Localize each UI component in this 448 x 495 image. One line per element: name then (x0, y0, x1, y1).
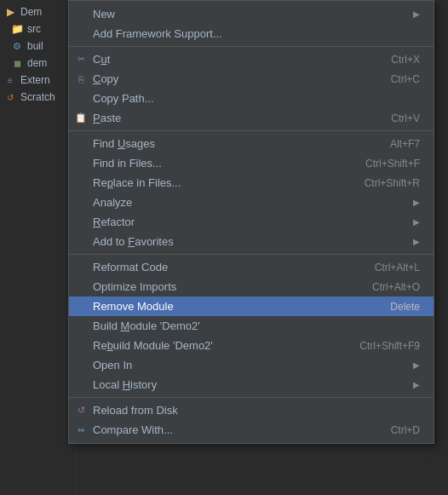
separator-4 (69, 397, 434, 398)
menu-item-copy-path[interactable]: Copy Path... (69, 89, 434, 108)
menu-item-replace-in-files[interactable]: Replace in Files... Ctrl+Shift+R (69, 173, 434, 193)
menu-item-cut[interactable]: ✂ Cut Ctrl+X (69, 49, 434, 69)
menu-item-copy-shortcut: Ctrl+C (391, 73, 420, 85)
sidebar-item-dem2-label: dem (27, 57, 47, 69)
menu-item-cut-shortcut: Ctrl+X (391, 54, 420, 66)
reload-icon: ↺ (74, 404, 88, 417)
menu-item-find-usages[interactable]: Find Usages Alt+F7 (69, 134, 434, 153)
sidebar-item-src-label: src (27, 23, 41, 35)
submenu-arrow-open-in: ▶ (413, 360, 420, 370)
menu-item-remove-module-shortcut: Delete (390, 301, 420, 313)
menu-item-replace-in-files-label: Replace in Files... (93, 176, 347, 189)
menu-item-reformat-code-shortcut: Ctrl+Alt+L (375, 262, 420, 273)
menu-item-add-framework[interactable]: Add Framework Support... (69, 24, 434, 43)
menu-item-cut-label: Cut (93, 53, 374, 66)
menu-item-reload-from-disk[interactable]: ↺ Reload from Disk (69, 400, 434, 420)
menu-item-find-usages-shortcut: Alt+F7 (390, 138, 420, 150)
sidebar-item-scratch-label: Scratch (20, 91, 55, 103)
submenu-arrow-local-history: ▶ (413, 380, 420, 389)
menu-item-paste[interactable]: 📋 Paste Ctrl+V (69, 108, 434, 128)
build-file-icon: ⚙ (10, 39, 24, 53)
menu-item-new-label: New (93, 8, 406, 20)
sidebar: ▶ Dem 📁 src ⚙ buil ◼ dem ≡ Extern ↺ Scra… (0, 0, 77, 106)
menu-item-compare-with-label: Compare With... (93, 423, 374, 436)
menu-item-optimize-imports-label: Optimize Imports (93, 280, 355, 293)
cut-icon: ✂ (74, 53, 88, 66)
copy-icon: ⎘ (74, 72, 88, 86)
menu-item-build-module[interactable]: Build Module 'Demo2' (69, 316, 434, 336)
sidebar-item-src[interactable]: 📁 src (0, 20, 77, 37)
menu-item-add-to-favorites[interactable]: Add to Favorites ▶ (69, 232, 434, 251)
sidebar-item-external-label: Extern (20, 74, 50, 86)
submenu-arrow-new: ▶ (413, 9, 420, 19)
menu-item-reformat-code[interactable]: Reformat Code Ctrl+Alt+L (69, 257, 434, 277)
sidebar-item-dem2[interactable]: ◼ dem (0, 55, 77, 72)
menu-item-open-in-label: Open In (93, 359, 406, 371)
separator-2 (69, 130, 434, 131)
menu-item-add-framework-label: Add Framework Support... (93, 27, 420, 40)
menu-item-local-history[interactable]: Local History ▶ (69, 375, 434, 394)
menu-item-add-to-favorites-label: Add to Favorites (93, 235, 406, 248)
folder-icon-src: 📁 (10, 22, 24, 36)
menu-item-remove-module[interactable]: Remove Module Delete (69, 296, 434, 316)
sidebar-item-external[interactable]: ≡ Extern (0, 72, 77, 89)
menu-item-rebuild-module-label: Rebuild Module 'Demo2' (93, 339, 342, 352)
menu-item-find-usages-label: Find Usages (93, 137, 373, 150)
ext-icon: ≡ (3, 73, 17, 87)
menu-item-new[interactable]: New ▶ (69, 4, 434, 24)
menu-item-find-in-files-shortcut: Ctrl+Shift+F (365, 158, 420, 170)
menu-item-refactor[interactable]: Refactor ▶ (69, 212, 434, 232)
sidebar-item-scratch[interactable]: ↺ Scratch (0, 89, 77, 106)
sidebar-item-build-label: buil (27, 40, 43, 52)
compare-icon: ⇔ (74, 423, 88, 437)
menu-item-analyze[interactable]: Analyze ▶ (69, 193, 434, 212)
separator-3 (69, 254, 434, 255)
sidebar-item-dem[interactable]: ▶ Dem (0, 3, 77, 20)
menu-item-copy[interactable]: ⎘ Copy Ctrl+C (69, 69, 434, 89)
sidebar-item-dem-label: Dem (20, 6, 42, 18)
menu-item-replace-in-files-shortcut: Ctrl+Shift+R (365, 177, 420, 189)
sidebar-item-build[interactable]: ⚙ buil (0, 37, 77, 55)
scratch-icon: ↺ (3, 90, 17, 104)
menu-item-analyze-label: Analyze (93, 196, 406, 209)
module-icon: ◼ (10, 56, 24, 70)
submenu-arrow-refactor: ▶ (413, 217, 420, 227)
menu-item-open-in[interactable]: Open In ▶ (69, 355, 434, 375)
submenu-arrow-favorites: ▶ (413, 237, 420, 246)
menu-item-find-in-files-label: Find in Files... (93, 157, 348, 170)
separator-1 (69, 46, 434, 47)
menu-item-optimize-imports[interactable]: Optimize Imports Ctrl+Alt+O (69, 277, 434, 296)
menu-item-copy-path-label: Copy Path... (93, 92, 420, 105)
folder-icon: ▶ (3, 5, 17, 19)
menu-item-compare-with-shortcut: Ctrl+D (391, 424, 420, 436)
menu-item-remove-module-label: Remove Module (93, 300, 373, 313)
menu-item-optimize-imports-shortcut: Ctrl+Alt+O (372, 281, 420, 293)
menu-item-rebuild-module-shortcut: Ctrl+Shift+F9 (359, 340, 420, 352)
menu-item-reformat-code-label: Reformat Code (93, 261, 358, 273)
menu-item-copy-label: Copy (93, 72, 374, 85)
menu-item-rebuild-module[interactable]: Rebuild Module 'Demo2' Ctrl+Shift+F9 (69, 336, 434, 355)
menu-item-reload-from-disk-label: Reload from Disk (93, 404, 420, 417)
menu-item-local-history-label: Local History (93, 378, 406, 391)
paste-icon: 📋 (74, 112, 88, 125)
context-menu: New ▶ Add Framework Support... ✂ Cut Ctr… (68, 0, 434, 444)
menu-item-refactor-label: Refactor (93, 216, 406, 228)
menu-item-compare-with[interactable]: ⇔ Compare With... Ctrl+D (69, 420, 434, 440)
menu-item-find-in-files[interactable]: Find in Files... Ctrl+Shift+F (69, 153, 434, 173)
submenu-arrow-analyze: ▶ (413, 198, 420, 207)
menu-item-paste-label: Paste (93, 112, 374, 124)
menu-item-build-module-label: Build Module 'Demo2' (93, 319, 420, 332)
menu-item-paste-shortcut: Ctrl+V (391, 112, 420, 124)
